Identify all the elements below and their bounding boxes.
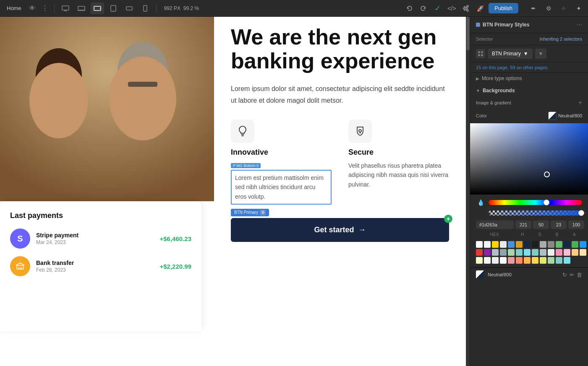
color-swatch-19[interactable] [516,249,523,256]
color-swatch-30[interactable] [492,257,499,264]
layers-icon[interactable]: ⁘ [558,3,570,14]
color-swatch-24[interactable] [556,249,562,256]
color-swatch-10[interactable] [556,241,562,248]
color-swatch-0[interactable] [476,241,483,248]
color-swatch-23[interactable] [548,249,554,256]
add-gradient-btn[interactable]: + [578,99,582,106]
device-mobile-btn[interactable] [139,3,152,14]
color-swatch-26[interactable] [572,249,578,256]
secure-title: Secure [348,148,449,157]
main-area: Last payments S Stripe payment Mar 24, 2… [0,17,588,366]
color-swatch-29[interactable] [484,257,491,264]
color-swatch-22[interactable] [540,249,546,256]
selector-chevron-btn[interactable]: ▼ [535,49,547,59]
svg-point-20 [359,130,361,132]
color-swatch-16[interactable] [492,249,499,256]
color-picker-gradient[interactable] [470,123,588,195]
bank-name: Bank transfer [36,260,154,266]
undo-btn[interactable] [404,3,416,14]
btn-add-icon[interactable]: + [444,215,452,223]
backgrounds-section-header[interactable]: ▼ Backgrounds [470,84,588,97]
color-swatch-27[interactable] [580,249,586,256]
redo-btn[interactable] [417,3,429,14]
color-swatch-37[interactable] [548,257,554,264]
color-swatch-18[interactable] [508,249,515,256]
color-swatch-12[interactable] [572,241,578,248]
device-tablet-landscape-btn[interactable] [91,3,104,14]
color-swatch-17[interactable] [500,249,507,256]
color-swatch-5[interactable] [516,241,523,248]
innovative-body[interactable]: Lorem est pretium mattisolm enim sed nib… [231,170,332,205]
settings-icon[interactable]: ⚙ [543,3,554,14]
pen-icon[interactable]: ✒ [528,3,539,14]
btn-label-text: BTN Primary [234,210,258,215]
color-swatch-21[interactable] [532,249,538,256]
stripe-icon: S [10,228,30,249]
toolbar: Home 👁 ⋮ 992 PX 99.2 % ✓ </> 🚀 Publish [0,0,588,17]
panel-more-icon[interactable]: ··· [577,21,582,29]
home-link[interactable]: Home [3,5,25,11]
get-started-button[interactable]: Get started → [231,218,449,242]
preview-icon[interactable]: 👁 [27,5,37,12]
payment-item-stripe: S Stripe payment Mar 24, 2023 +$6,460.23 [10,228,191,249]
color-swatch-9[interactable] [548,241,554,248]
color-swatch-3[interactable] [500,241,507,248]
color-swatch-7[interactable] [532,241,538,248]
right-panel: BTN Primary Styles ··· Selector Inheriti… [470,17,588,366]
device-laptop-btn[interactable] [75,3,88,14]
backgrounds-arrow-icon: ▼ [476,88,480,93]
device-tablet-btn[interactable] [107,3,120,14]
color-swatch-34[interactable] [524,257,531,264]
plus-icon[interactable]: ✦ [573,3,585,14]
publish-button[interactable]: Publish [489,3,518,13]
canvas-scrollbar[interactable] [466,17,470,366]
btn-gear-icon[interactable]: ⚙ [260,210,266,215]
color-swatch-32[interactable] [508,257,515,264]
more-type-options-row[interactable]: ▶ More type options [470,73,588,84]
btn-primary-selector[interactable]: BTN Primary ▼ [488,49,533,59]
color-swatch-33[interactable] [516,257,523,264]
innovative-body-wrapper[interactable]: P MG Bottom 0 Lorem est pretium mattisol… [231,161,332,205]
device-mobile-landscape-btn[interactable] [123,3,136,14]
canvas-inner: Last payments S Stripe payment Mar 24, 2… [0,17,466,366]
neutral-refresh-btn[interactable]: ↻ [562,272,567,278]
eyedropper-btn[interactable]: 💧 [476,198,485,207]
alpha-slider[interactable] [489,210,582,215]
neutral-delete-btn[interactable]: 🗑 [577,272,582,278]
color-swatch-38[interactable] [556,257,562,264]
svg-rect-0 [62,6,69,10]
color-swatch-25[interactable] [564,249,570,256]
color-swatch-8[interactable] [540,241,546,248]
color-swatch-28[interactable] [476,257,483,264]
color-swatch-20[interactable] [524,249,531,256]
color-swatch-6[interactable] [524,241,531,248]
color-swatch-11[interactable] [564,241,570,248]
check-icon[interactable]: ✓ [431,3,443,14]
color-swatch-36[interactable] [540,257,546,264]
more-type-label: More type options [482,75,522,81]
device-desktop-btn[interactable] [59,3,72,14]
color-swatch-4[interactable] [508,241,515,248]
b-input[interactable] [551,221,567,229]
neutral-edit-btn[interactable]: ✏ [570,272,574,278]
image-gradient-label: Image & gradient [476,100,511,105]
color-swatch-indicator[interactable] [548,112,557,120]
color-swatch-13[interactable] [580,241,586,248]
h-input[interactable] [515,221,531,229]
btn-primary-wrapper: BTN Primary ⚙ Get started → + [231,218,449,242]
hex-input[interactable] [476,221,514,229]
color-swatch-1[interactable] [484,241,491,248]
color-swatch-31[interactable] [500,257,507,264]
s-input[interactable] [533,221,549,229]
color-swatch-15[interactable] [484,249,491,256]
hue-slider[interactable] [489,200,582,205]
color-swatch-39[interactable] [564,257,570,264]
color-swatch-35[interactable] [532,257,538,264]
color-swatch-14[interactable] [476,249,483,256]
color-swatch-2[interactable] [492,241,499,248]
rocket-icon[interactable]: 🚀 [474,3,486,14]
a-input[interactable] [568,221,584,229]
code-icon[interactable]: </> [446,3,457,14]
more-options-icon[interactable]: ⋮ [40,4,50,12]
share-icon[interactable] [460,3,472,14]
